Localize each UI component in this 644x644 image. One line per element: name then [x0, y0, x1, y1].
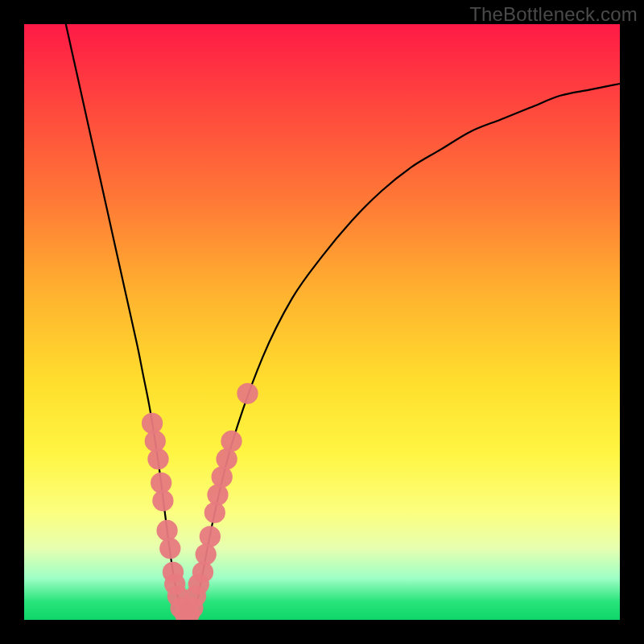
chart-plot-area — [24, 24, 620, 620]
data-marker — [147, 448, 168, 469]
data-marker — [200, 526, 221, 547]
chart-svg — [24, 24, 620, 620]
attribution-text: TheBottleneck.com — [469, 3, 638, 26]
data-marker — [221, 431, 242, 452]
bottleneck-curve — [66, 24, 620, 615]
data-marker — [196, 543, 217, 564]
data-marker — [152, 490, 173, 511]
data-marker — [204, 502, 225, 523]
data-marker — [142, 413, 163, 434]
chart-frame: TheBottleneck.com — [0, 0, 644, 644]
data-marker — [156, 520, 177, 541]
data-marker — [159, 538, 180, 559]
data-marker — [216, 448, 237, 469]
data-marker — [151, 473, 171, 493]
data-marker — [237, 383, 258, 404]
data-marker — [145, 431, 166, 452]
data-marker — [212, 466, 233, 487]
data-marker — [192, 562, 213, 583]
data-marker — [207, 484, 228, 505]
